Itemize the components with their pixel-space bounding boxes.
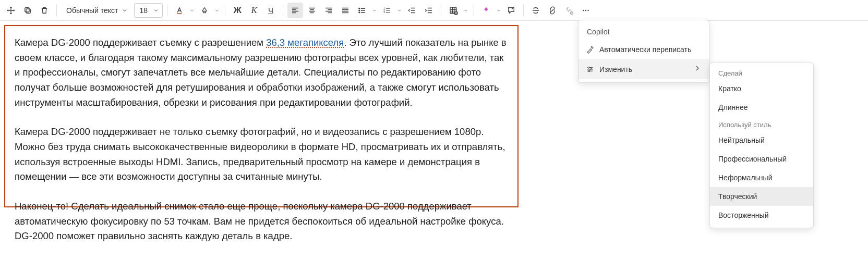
copilot-adjust-item[interactable]: Изменить: [578, 59, 709, 79]
font-color-chevron[interactable]: [188, 8, 196, 13]
link-button[interactable]: [545, 3, 560, 18]
paragraph-style-select[interactable]: Обычный текст: [61, 3, 133, 18]
spellcheck-marked-text[interactable]: 36,3 мегапикселя: [266, 37, 344, 48]
highlight-button[interactable]: [197, 3, 212, 18]
submenu-item-long[interactable]: Длиннее: [710, 98, 813, 117]
copilot-chevron[interactable]: [495, 8, 502, 13]
separator: [474, 5, 474, 16]
copilot-context-menu: Copilot Автоматически переписать Изменит…: [578, 20, 709, 83]
submenu-section-style: Используй стиль: [710, 117, 813, 131]
formatting-toolbar: Обычный текст 18 Ж К Ч 123: [0, 0, 868, 21]
separator: [167, 5, 167, 16]
bullet-list-button[interactable]: [354, 3, 370, 18]
svg-rect-0: [26, 9, 30, 13]
svg-point-4: [359, 10, 360, 11]
submenu-section-make: Сделай: [710, 65, 813, 79]
submenu-item-informal[interactable]: Неформальный: [710, 168, 813, 187]
copy-icon[interactable]: [20, 3, 35, 18]
wand-icon: [586, 45, 594, 54]
align-right-button[interactable]: [321, 3, 336, 18]
svg-point-3: [359, 8, 360, 9]
svg-point-12: [583, 9, 584, 10]
underline-button[interactable]: Ч: [263, 3, 279, 18]
more-button[interactable]: [578, 3, 594, 18]
delete-icon[interactable]: [37, 3, 52, 18]
submenu-item-professional[interactable]: Профессиональный: [710, 150, 813, 168]
align-left-button[interactable]: [287, 3, 303, 18]
submenu-item-neutral[interactable]: Нейтральный: [710, 131, 813, 150]
comment-button[interactable]: [503, 3, 519, 18]
svg-rect-2: [177, 13, 182, 14]
svg-point-14: [587, 9, 588, 10]
sliders-icon: [586, 65, 594, 73]
align-center-button[interactable]: [304, 3, 320, 18]
strikethrough-button[interactable]: [528, 3, 544, 18]
indent-button[interactable]: [421, 3, 437, 18]
numbered-list-chevron[interactable]: [396, 8, 403, 13]
paragraph-3: Наконец-то! Сделать идеальный снимок ста…: [15, 199, 508, 244]
italic-button[interactable]: К: [246, 3, 262, 18]
font-size-select[interactable]: 18: [134, 3, 163, 18]
outdent-button[interactable]: [404, 3, 420, 18]
svg-text:3: 3: [383, 11, 385, 14]
align-justify-button[interactable]: [337, 3, 353, 18]
paragraph-style-label: Обычный текст: [66, 6, 118, 15]
bullet-list-chevron[interactable]: [371, 8, 378, 13]
separator: [441, 5, 441, 16]
svg-point-17: [588, 70, 590, 72]
svg-rect-1: [25, 7, 29, 11]
move-icon[interactable]: [3, 3, 19, 18]
svg-point-5: [359, 11, 360, 13]
svg-point-11: [571, 12, 573, 15]
numbered-list-button[interactable]: 123: [379, 3, 395, 18]
table-button[interactable]: [445, 3, 461, 18]
highlight-chevron[interactable]: [213, 8, 221, 13]
svg-point-13: [585, 9, 586, 10]
copilot-adjust-submenu: Сделай Кратко Длиннее Используй стиль Не…: [709, 63, 814, 228]
paragraph-2: Камера DG-2000 поддерживает не только съ…: [15, 125, 508, 184]
svg-point-16: [590, 68, 592, 70]
submenu-item-enthusiastic[interactable]: Восторженный: [710, 206, 813, 225]
separator: [523, 5, 524, 16]
bold-button[interactable]: Ж: [230, 3, 245, 18]
submenu-item-creative[interactable]: Творческий: [710, 187, 813, 206]
separator: [225, 5, 225, 16]
copilot-menu-header: Copilot: [578, 23, 709, 40]
separator: [283, 5, 283, 16]
unlink-button[interactable]: [561, 3, 577, 18]
font-color-button[interactable]: [172, 3, 187, 18]
table-chevron[interactable]: [462, 8, 469, 13]
separator: [56, 5, 57, 16]
chevron-right-icon: [693, 64, 702, 74]
svg-point-15: [588, 67, 589, 68]
paragraph-1: Камера DG-2000 поддерживает съемку с раз…: [15, 35, 508, 110]
font-size-value: 18: [140, 6, 148, 15]
copilot-button[interactable]: [478, 3, 494, 18]
copilot-auto-rewrite-item[interactable]: Автоматически переписать: [578, 40, 709, 59]
document-text-frame[interactable]: Камера DG-2000 поддерживает съемку с раз…: [4, 25, 519, 207]
submenu-item-short[interactable]: Кратко: [710, 79, 813, 98]
